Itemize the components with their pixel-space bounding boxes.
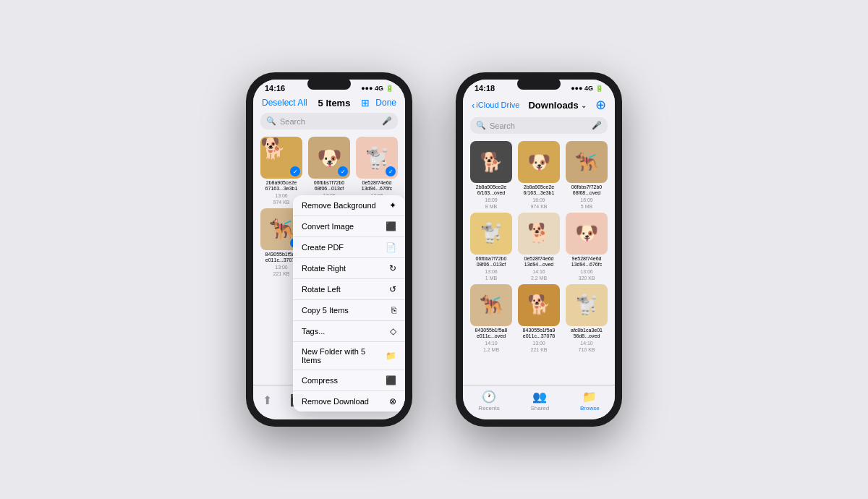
right-screen: 14:18 ●●● 4G 🔋 ‹ iCloud Drive Downloads … [463,80,615,419]
right-thumb-3: 🐕‍🦺 [566,141,608,183]
search-text-right: Search [490,121,588,130]
right-meta-5: 14:162.2 MB [531,268,547,281]
right-name-9: afc8b1ca3e0156d8...oved [571,328,603,340]
menu-icon-tags: ◇ [390,326,396,336]
tab-shared[interactable]: 👥 Shared [530,390,549,411]
menu-item-compress[interactable]: Compress ⬛ [293,370,405,391]
back-label: iCloud Drive [476,101,519,109]
right-thumb-8: 🐕 [518,284,560,326]
deselect-all-btn[interactable]: Deselect All [262,98,307,108]
menu-item-remove-download[interactable]: Remove Download ⊗ [293,391,405,411]
list-item[interactable]: 🐕 2b8a905ce2e6/163...oved 16:098 MB [469,141,514,210]
tab-browse[interactable]: 📁 Browse [580,390,600,411]
list-item[interactable]: 🐩 06fbba7f72b008f06...013cf 13:061 MB [469,213,514,281]
folder-title-container: Downloads ⌄ [519,100,595,111]
items-count: 5 Items [318,98,351,108]
list-item[interactable]: 🐕 843055b1f5a9e011c...37078 13:00221 KB [516,284,561,353]
menu-icon-rotate-left: ↺ [389,284,396,294]
battery-left: 🔋 [386,85,393,92]
menu-label-pdf: Create PDF [302,243,386,252]
left-screen: 14:16 ●●● 4G 🔋 Deselect All 5 Items ⊞ Do… [253,80,405,419]
menu-item-new-folder[interactable]: New Folder with 5 Items 📁 [293,342,405,370]
file-thumb-1: 🐕 ✓ [260,137,302,179]
signal-right: ●●● 4G [571,85,593,92]
browse-icon: 📁 [582,390,597,404]
right-name-8: 843055b1f5a9e011c...37078 [523,328,556,340]
shared-icon: 👥 [532,390,547,404]
back-btn[interactable]: ‹ iCloud Drive [472,100,519,111]
folder-title: Downloads [528,100,578,111]
menu-label-new-folder: New Folder with 5 Items [302,347,386,364]
menu-icon-convert: ⬛ [386,221,396,231]
tab-shared-label: Shared [530,405,549,411]
list-item[interactable]: 🐶 9e528f74e6d13d94...676fc 13:06320 KB [564,213,609,281]
right-name-3: 06fbbs7f72b068f68...oved [571,184,602,197]
menu-icon-rotate-right: ↻ [389,263,396,273]
check-badge-2: ✓ [338,166,348,176]
list-item[interactable]: 🐕‍🦺 843055b1f5a8e011c...oved 14:101.2 MB [469,284,514,353]
list-item[interactable]: 🐕 0e528f74e6d13d94...oved 14:162.2 MB [516,213,561,281]
file-meta-1: 13:06974 KB [273,192,290,205]
menu-item-convert[interactable]: Convert Image ⬛ [293,216,405,237]
mic-icon-left[interactable]: 🎤 [382,116,392,126]
check-badge-3: ✓ [386,166,396,176]
menu-item-tags[interactable]: Tags... ◇ [293,321,405,342]
file-name-1: 2b8a905ce2e67163...3e3b1 [265,180,298,192]
tab-share[interactable]: ⬆ [263,393,272,407]
right-name-4: 06fbba7f72b008f06...013cf [476,256,507,268]
right-meta-8: 13:00221 KB [531,340,548,353]
search-bar-left[interactable]: 🔍 Search 🎤 [260,113,398,129]
right-thumb-2: 🐶 [518,141,560,183]
menu-label-rotate-left: Rotate Left [302,285,389,294]
menu-item-pdf[interactable]: Create PDF 📄 [293,237,405,258]
grid-view-icon[interactable]: ⊞ [361,97,370,108]
dynamic-island-left [307,78,351,90]
right-thumb-5: 🐕 [518,213,560,255]
menu-item-rotate-right[interactable]: Rotate Right ↻ [293,258,405,279]
add-icon[interactable]: ⊕ [595,97,606,113]
menu-label-tags: Tags... [302,327,390,336]
menu-label-remove-bg: Remove Background [302,201,389,210]
right-name-1: 2b8a905ce2e6/163...oved [476,184,506,197]
right-thumb-1: 🐕 [470,141,512,183]
right-phone: 14:18 ●●● 4G 🔋 ‹ iCloud Drive Downloads … [456,72,622,427]
menu-label-rotate-right: Rotate Right [302,264,389,273]
right-name-7: 843055b1f5a8e011c...oved [475,328,508,340]
menu-icon-new-folder: 📁 [386,351,396,361]
menu-item-remove-bg[interactable]: Remove Background ✦ [293,195,405,216]
tab-recents-label: Recents [478,405,499,411]
mic-icon-right[interactable]: 🎤 [592,121,602,130]
tab-recents[interactable]: 🕐 Recents [478,390,499,411]
check-badge-1: ✓ [290,166,300,176]
tab-browse-label: Browse [580,405,600,411]
left-phone: 14:16 ●●● 4G 🔋 Deselect All 5 Items ⊞ Do… [246,72,412,427]
menu-label-copy: Copy 5 Items [302,306,391,315]
search-bar-right[interactable]: 🔍 Search 🎤 [470,117,608,134]
file-name-3: 0e528f74e6d13d94...676fc [362,180,392,192]
file-thumb-2: 🐶 ✓ [308,137,350,179]
right-thumb-9: 🐩 [566,284,608,326]
menu-item-copy[interactable]: Copy 5 Items ⎘ [293,300,405,321]
share-icon: ⬆ [263,393,272,407]
menu-icon-remove-bg: ✦ [389,200,396,210]
battery-right: 🔋 [595,85,603,92]
menu-icon-pdf: 📄 [386,242,396,252]
list-item[interactable]: 🐩 afc8b1ca3e0156d8...oved 14:10710 KB [564,284,609,353]
menu-item-rotate-left[interactable]: Rotate Left ↺ [293,279,405,300]
search-icon-left: 🔍 [266,116,276,126]
search-text-left: Search [280,117,378,126]
folder-chevron-icon: ⌄ [581,101,587,109]
right-meta-7: 14:101.2 MB [483,340,499,353]
file-area-right: 🐕 2b8a905ce2e6/163...oved 16:098 MB 🐶 2b… [463,138,615,419]
file-meta-4: 13:00221 KB [273,264,290,277]
list-item[interactable]: 🐕‍🦺 06fbbs7f72b068f68...oved 16:095 MB [564,141,609,210]
nav-bar-left: Deselect All 5 Items ⊞ Done [253,94,405,113]
menu-label-convert: Convert Image [302,222,386,231]
right-thumb-7: 🐕‍🦺 [470,284,512,326]
search-icon-right: 🔍 [476,121,486,130]
list-item[interactable]: 🐕 ✓ 2b8a905ce2e67163...3e3b1 13:06974 KB [259,137,304,205]
done-btn[interactable]: Done [375,98,396,108]
list-item[interactable]: 🐶 2b8a905ce2e6/163...3e3b1 16:09974 KB [516,141,561,210]
tab-bar-right: 🕐 Recents 👥 Shared 📁 Browse [463,385,615,419]
time-right: 14:18 [475,84,495,93]
